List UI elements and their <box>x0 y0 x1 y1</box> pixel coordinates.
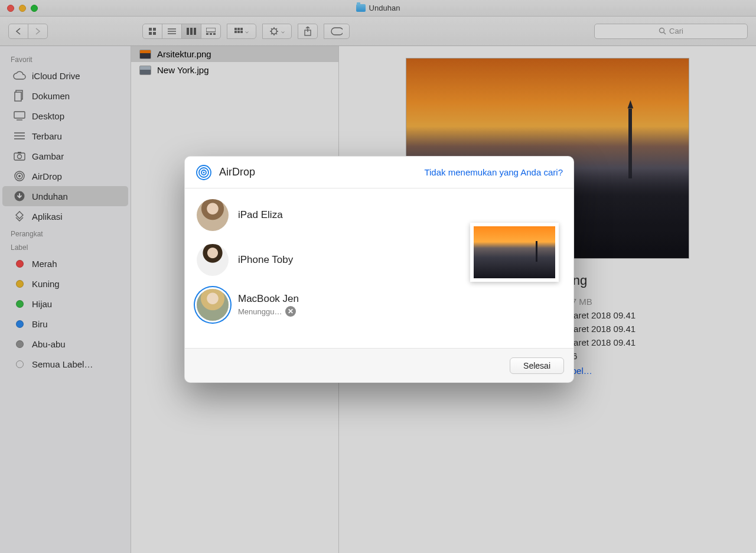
tag-dot-icon <box>16 340 24 348</box>
toolbar: ⌵ ⌵ Cari <box>0 17 756 46</box>
window-title: Unduhan <box>369 4 400 12</box>
sidebar-item-recents[interactable]: Terbaru <box>2 126 128 146</box>
done-button[interactable]: Selesai <box>510 357 564 374</box>
airdrop-targets-list: iPad Eliza iPhone Toby MacBook Jen Menun… <box>197 199 467 334</box>
svg-rect-14 <box>234 28 237 30</box>
svg-rect-1 <box>153 28 156 31</box>
svg-rect-2 <box>149 32 152 35</box>
svg-rect-11 <box>206 33 208 35</box>
svg-point-32 <box>18 155 22 159</box>
svg-rect-19 <box>240 31 243 33</box>
forward-button[interactable] <box>28 24 48 39</box>
nav-buttons <box>8 24 48 39</box>
svg-rect-33 <box>18 152 21 154</box>
desktop-icon <box>13 109 26 122</box>
svg-rect-13 <box>213 33 216 35</box>
titlebar: Unduhan <box>0 0 756 17</box>
svg-rect-0 <box>149 28 152 31</box>
avatar <box>197 244 229 276</box>
list-view-button[interactable] <box>162 24 182 39</box>
svg-rect-18 <box>237 31 240 33</box>
sidebar-tag-yellow[interactable]: Kuning <box>2 274 128 294</box>
sidebar-tag-gray[interactable]: Abu-abu <box>2 334 128 354</box>
sidebar-item-icloud[interactable]: iCloud Drive <box>2 66 128 86</box>
download-icon <box>13 190 26 203</box>
icon-view-button[interactable] <box>142 24 162 39</box>
window-controls <box>7 5 38 12</box>
sidebar-item-airdrop[interactable]: AirDrop <box>2 166 128 186</box>
camera-icon <box>13 149 26 162</box>
image-thumb-icon <box>139 66 151 75</box>
svg-rect-25 <box>15 92 21 101</box>
tags-button[interactable] <box>324 24 350 39</box>
close-window-button[interactable] <box>7 5 14 12</box>
column-view-button[interactable] <box>181 24 201 39</box>
apps-icon <box>13 210 26 223</box>
svg-point-22 <box>660 28 664 33</box>
view-buttons <box>142 24 221 39</box>
svg-point-36 <box>18 175 21 177</box>
recent-icon <box>13 129 26 142</box>
image-thumb-icon <box>139 50 151 59</box>
sidebar: Favorit iCloud Drive Dokumen Desktop Ter… <box>0 46 131 553</box>
svg-rect-16 <box>240 28 243 30</box>
sidebar-tag-all[interactable]: Semua Label… <box>2 354 128 374</box>
action-button[interactable]: ⌵ <box>262 24 292 39</box>
airdrop-title: AirDrop <box>219 166 255 178</box>
sidebar-tag-red[interactable]: Merah <box>2 253 128 274</box>
sidebar-tag-green[interactable]: Hijau <box>2 294 128 314</box>
minimize-window-button[interactable] <box>19 5 26 12</box>
svg-rect-26 <box>14 112 25 118</box>
sidebar-header-favorites: Favorit <box>0 52 131 66</box>
svg-point-41 <box>203 171 205 173</box>
cloud-icon <box>13 69 26 82</box>
tag-dot-icon <box>16 360 24 368</box>
sidebar-header-tags: Label <box>0 240 131 253</box>
folder-icon <box>356 4 366 12</box>
airdrop-header: AirDrop Tidak menemukan yang Anda cari? <box>185 157 573 188</box>
target-status: Menunggu… <box>238 307 282 316</box>
sidebar-item-applications[interactable]: Aplikasi <box>2 206 128 226</box>
tag-dot-icon <box>16 260 24 268</box>
avatar <box>197 199 229 231</box>
avatar <box>197 289 229 321</box>
tag-dot-icon <box>16 320 24 328</box>
sidebar-header-devices: Perangkat <box>0 226 131 240</box>
search-input[interactable]: Cari <box>594 24 748 39</box>
share-button[interactable] <box>298 24 318 39</box>
zoom-window-button[interactable] <box>31 5 38 12</box>
svg-line-23 <box>664 32 666 35</box>
documents-icon <box>13 89 26 102</box>
file-item[interactable]: New York.jpg <box>131 62 338 78</box>
airdrop-target[interactable]: iPhone Toby <box>197 244 467 276</box>
svg-rect-7 <box>187 28 189 35</box>
sidebar-item-documents[interactable]: Dokumen <box>2 86 128 106</box>
sidebar-item-downloads[interactable]: Unduhan <box>2 186 128 206</box>
svg-rect-3 <box>153 32 156 35</box>
airdrop-icon <box>195 164 212 181</box>
back-button[interactable] <box>8 24 28 39</box>
sidebar-item-desktop[interactable]: Desktop <box>2 106 128 126</box>
airdrop-target[interactable]: MacBook Jen Menunggu…✕ <box>197 289 467 321</box>
search-icon <box>659 27 666 35</box>
svg-rect-17 <box>234 31 237 33</box>
svg-rect-10 <box>206 28 216 32</box>
airdrop-target[interactable]: iPad Eliza <box>197 199 467 231</box>
tag-dot-icon <box>16 300 24 308</box>
airdrop-preview-thumb <box>470 223 559 282</box>
airdrop-help-link[interactable]: Tidak menemukan yang Anda cari? <box>424 167 563 177</box>
svg-rect-15 <box>237 28 240 30</box>
airdrop-icon <box>13 170 26 183</box>
file-item[interactable]: Arsitektur.png <box>131 46 338 62</box>
cancel-send-button[interactable]: ✕ <box>285 306 296 317</box>
svg-rect-12 <box>210 33 212 35</box>
sidebar-tag-blue[interactable]: Biru <box>2 314 128 334</box>
svg-rect-8 <box>190 28 193 35</box>
sidebar-item-pictures[interactable]: Gambar <box>2 146 128 166</box>
airdrop-sheet: AirDrop Tidak menemukan yang Anda cari? … <box>184 156 574 383</box>
svg-rect-9 <box>194 28 196 35</box>
svg-rect-31 <box>14 153 25 160</box>
gallery-view-button[interactable] <box>201 24 221 39</box>
arrange-button[interactable]: ⌵ <box>227 24 256 39</box>
tag-dot-icon <box>16 280 24 288</box>
